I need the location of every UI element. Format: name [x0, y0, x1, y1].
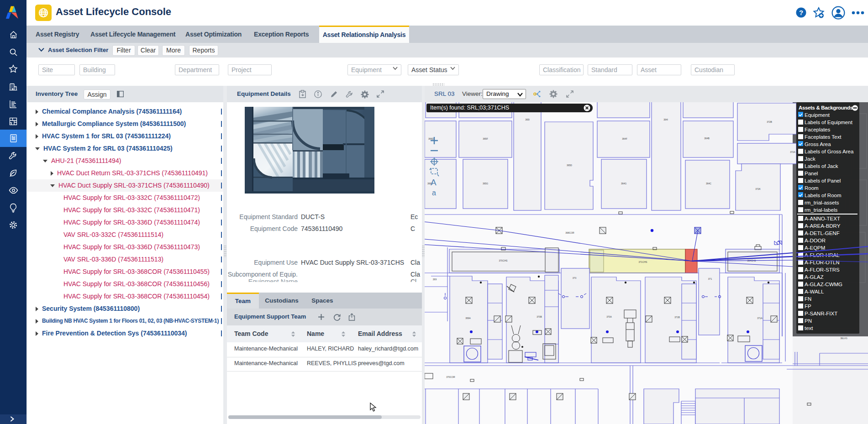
svg-text:370COR: 370COR: [446, 376, 455, 378]
svg-text:370B: 370B: [537, 315, 542, 318]
svg-text:370A: 370A: [606, 315, 612, 318]
svg-text:372K: 372K: [755, 188, 761, 190]
svg-text:371CHS: 371CHS: [639, 261, 648, 263]
svg-text:368COR: 368COR: [565, 231, 574, 234]
svg-text:369A: 369A: [465, 317, 471, 319]
svg-text:a: a: [432, 189, 436, 197]
svg-text:371B: 371B: [674, 316, 680, 319]
svg-text:370CHS: 370CHS: [499, 259, 508, 262]
svg-text:364B: 364B: [704, 137, 710, 140]
svg-text:372A: 372A: [790, 151, 795, 153]
svg-text:364G: 364G: [621, 182, 626, 185]
svg-text:371A: 371A: [757, 317, 763, 319]
svg-text:364F: 364F: [622, 137, 627, 140]
svg-text:364I: 364I: [663, 118, 668, 121]
svg-text:364C: 364C: [706, 182, 711, 185]
svg-text:?: ?: [799, 9, 803, 16]
svg-text:369: 369: [433, 278, 437, 281]
svg-text:366D: 366D: [428, 137, 434, 140]
svg-text:365G: 365G: [483, 182, 488, 185]
svg-text:365D: 365D: [567, 164, 572, 167]
svg-text:365F: 365F: [483, 137, 488, 140]
svg-text:372B: 372B: [767, 120, 772, 123]
svg-text:371: 371: [708, 277, 712, 280]
svg-text:370: 370: [573, 277, 577, 279]
svg-text:3ELVG: 3ELVG: [840, 337, 847, 340]
svg-text:A: A: [431, 178, 437, 187]
svg-text:365I: 365I: [525, 118, 530, 121]
